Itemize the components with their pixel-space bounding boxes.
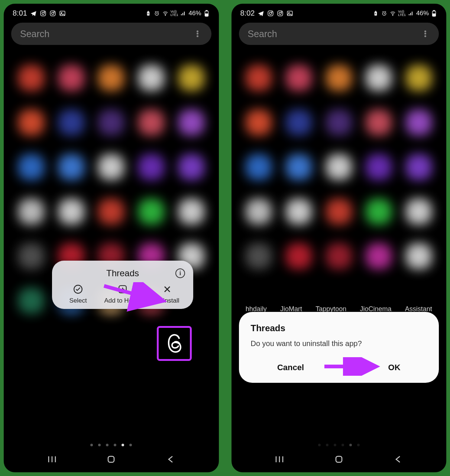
- battery-pct: 46%: [188, 10, 201, 17]
- battery-pct: 46%: [416, 10, 429, 17]
- more-options-icon[interactable]: [420, 29, 430, 39]
- instagram-icon: [40, 10, 46, 17]
- search-placeholder: Search: [20, 29, 49, 39]
- uninstall-label: Uninstall: [155, 297, 179, 304]
- add-home-icon: [117, 284, 128, 295]
- status-bar: 8:01 Vo))LTE1 46%: [4, 4, 219, 19]
- svg-point-23: [281, 12, 282, 12]
- close-icon: [162, 284, 173, 295]
- svg-rect-33: [336, 456, 342, 462]
- phone-screenshot-left: 8:01 Vo))LTE1 46% Search: [0, 0, 223, 476]
- search-placeholder: Search: [248, 29, 277, 39]
- add-home-label: Add to Home: [104, 297, 141, 304]
- volte-icon: Vo))LTE1: [171, 10, 178, 17]
- app-drawer-grid: [239, 56, 439, 446]
- dialog-message: Do you want to uninstall this app?: [251, 339, 427, 348]
- telegram-icon: [258, 10, 264, 17]
- select-label: Select: [69, 297, 87, 304]
- status-time: 8:02: [240, 9, 255, 17]
- svg-rect-13: [206, 10, 207, 11]
- wifi-icon: [389, 10, 396, 17]
- alarm-icon: [153, 10, 160, 17]
- svg-point-11: [165, 15, 165, 15]
- dialog-title: Threads: [251, 323, 427, 333]
- app-drawer-grid: [11, 56, 211, 446]
- search-bar[interactable]: Search: [239, 23, 439, 45]
- wifi-icon: [162, 10, 169, 17]
- gallery-icon: [59, 10, 66, 17]
- instagram-icon: [49, 10, 56, 17]
- svg-point-19: [269, 12, 272, 14]
- back-button[interactable]: [163, 454, 178, 464]
- svg-rect-31: [433, 10, 435, 11]
- info-icon[interactable]: i: [175, 268, 185, 278]
- svg-point-7: [61, 12, 62, 13]
- signal-icon: [408, 10, 414, 17]
- page-indicator: [4, 444, 219, 446]
- threads-icon: [161, 330, 188, 357]
- battery-icon: [431, 10, 437, 17]
- popup-title: Threads: [106, 268, 139, 278]
- status-bar: 8:02 Vo))LTE1 46%: [232, 4, 447, 19]
- gallery-icon: [286, 10, 293, 17]
- instagram-icon: [277, 10, 284, 17]
- threads-app-highlight[interactable]: [157, 326, 192, 361]
- svg-rect-14: [205, 13, 208, 16]
- back-button[interactable]: [391, 454, 405, 464]
- svg-point-25: [289, 12, 289, 13]
- svg-point-22: [279, 12, 281, 14]
- select-action[interactable]: Select: [58, 284, 98, 304]
- alarm-icon: [381, 10, 388, 17]
- navigation-bar: [232, 450, 447, 469]
- page-indicator: [232, 444, 447, 446]
- telegram-icon: [30, 10, 37, 17]
- recents-button[interactable]: [272, 454, 287, 464]
- recents-button[interactable]: [45, 454, 59, 464]
- cancel-button[interactable]: Cancel: [266, 359, 315, 376]
- svg-point-29: [392, 15, 393, 15]
- battery-saver-icon: [372, 10, 379, 17]
- search-bar[interactable]: Search: [11, 23, 211, 45]
- signal-icon: [180, 10, 187, 17]
- uninstall-dialog: Threads Do you want to uninstall this ap…: [239, 312, 439, 383]
- home-button[interactable]: [331, 454, 346, 464]
- svg-rect-32: [433, 13, 435, 16]
- volte-icon: Vo))LTE1: [398, 10, 406, 17]
- ok-button[interactable]: OK: [377, 359, 412, 376]
- add-to-home-action[interactable]: Add to Home: [102, 284, 143, 304]
- svg-point-2: [44, 12, 45, 12]
- more-options-icon[interactable]: [193, 29, 203, 39]
- svg-point-5: [54, 12, 55, 12]
- select-icon: [72, 284, 84, 295]
- svg-point-4: [52, 12, 54, 14]
- battery-saver-icon: [145, 10, 152, 17]
- app-context-menu: Threads i Select Add to Home Uninstall: [52, 261, 193, 309]
- status-time: 8:01: [13, 9, 27, 17]
- svg-rect-9: [148, 11, 149, 12]
- svg-point-20: [272, 12, 272, 12]
- battery-icon: [203, 10, 210, 17]
- navigation-bar: [4, 450, 219, 469]
- instagram-icon: [267, 10, 274, 17]
- uninstall-action[interactable]: Uninstall: [147, 284, 188, 304]
- svg-rect-17: [108, 456, 114, 462]
- home-button[interactable]: [104, 454, 119, 464]
- phone-screenshot-right: 8:02 Vo))LTE1 46% Search: [228, 0, 450, 476]
- svg-point-1: [42, 12, 44, 14]
- svg-rect-27: [375, 11, 376, 12]
